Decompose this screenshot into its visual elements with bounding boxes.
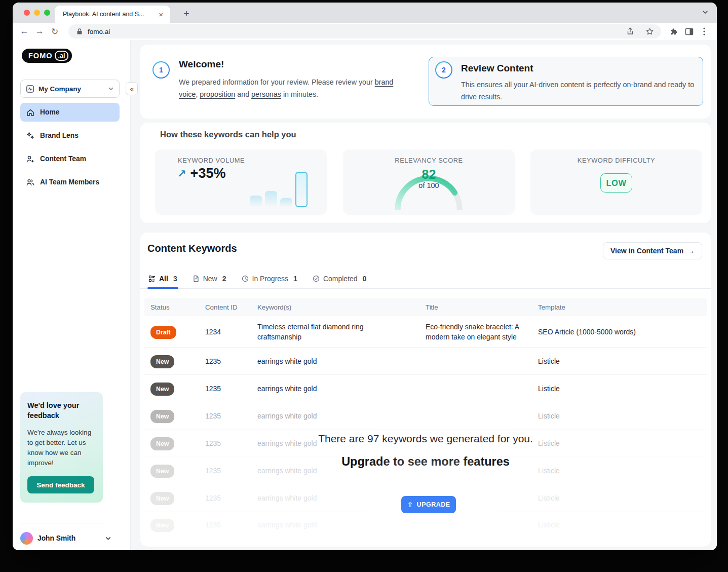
share-icon[interactable] (626, 27, 634, 35)
sidebar-divider (20, 523, 103, 523)
maximize-window-button[interactable] (44, 10, 50, 16)
col-header-content-id: Content ID (205, 298, 238, 316)
table-row: New 1235 earrings white gold Listicle (144, 512, 707, 538)
personas-link[interactable]: personas (251, 90, 281, 98)
status-badge: Draft (150, 326, 176, 339)
chevron-down-icon (105, 535, 111, 542)
company-selector[interactable]: My Company (20, 80, 120, 98)
extensions-puzzle-icon[interactable] (667, 25, 680, 38)
arrow-right-icon: → (687, 247, 695, 255)
table-row[interactable]: New 1235 earrings white gold Listicle (144, 348, 707, 375)
table-row[interactable]: New 1235 earrings white gold Listicle (144, 375, 707, 402)
upload-arrow-icon: ⇧ (407, 501, 413, 509)
sidebar-item-brand-lens[interactable]: Brand Lens (20, 126, 120, 145)
volume-mini-bar-chart (250, 172, 308, 207)
sidebar-item-home[interactable]: Home (20, 103, 120, 122)
tab-search-chevron-icon[interactable] (702, 9, 709, 16)
sidebar-collapse-button[interactable]: « (126, 82, 138, 95)
welcome-body: We prepared information for your review.… (179, 76, 403, 100)
col-header-keywords: Keyword(s) (257, 298, 291, 316)
content-keywords-title: Content Keywords (147, 243, 237, 254)
user-menu[interactable]: John Smith (20, 530, 111, 546)
upgrade-button[interactable]: ⇧ UPGRADE (401, 496, 456, 513)
col-header-template: Template (538, 298, 565, 316)
screenshot-stage: Playbook: AI content and S... × + ← → ↻ … (0, 0, 728, 572)
tab-completed[interactable]: Completed 0 (313, 274, 367, 288)
browser-tabstrip: Playbook: AI content and S... × + (13, 3, 717, 23)
onboarding-steps-panel: 1 Welcome! We prepared information for y… (140, 45, 711, 119)
feedback-title: We'd love your feedback (27, 400, 96, 421)
bar (250, 196, 262, 207)
keyword-difficulty-label: KEYWORD DIFFICULTY (530, 157, 702, 164)
relevancy-score-label: RELEVANCY SCORE (343, 157, 515, 164)
send-feedback-button[interactable]: Send feedback (27, 476, 94, 493)
col-header-title: Title (426, 298, 438, 316)
people-icon (26, 178, 35, 187)
feedback-body: We're always looking to get better. Let … (27, 428, 96, 468)
app-content: FOMO .ai My Company Home Brand Lens (13, 40, 717, 550)
company-name: My Company (39, 85, 104, 93)
relevancy-score-max: of 100 (343, 181, 515, 189)
avatar (20, 532, 33, 545)
person-gear-icon (26, 155, 35, 164)
col-header-status: Status (150, 298, 170, 316)
browser-tab[interactable]: Playbook: AI content and S... × (55, 6, 170, 23)
trend-up-icon: ↗ (177, 168, 186, 180)
grid-list-icon (148, 275, 156, 282)
logo-suffix-text: .ai (55, 51, 69, 61)
fomo-logo: FOMO .ai (22, 49, 72, 63)
logo-text: FOMO (28, 52, 53, 60)
review-content-body: This ensures all your AI-driven content … (461, 79, 695, 103)
metrics-section-title: How these keywords can help you (160, 130, 296, 139)
difficulty-badge: LOW (600, 173, 632, 193)
bar (295, 172, 308, 207)
table-header: Status Content ID Keyword(s) Title Templ… (144, 298, 707, 316)
tab-all[interactable]: All 3 (148, 274, 177, 288)
sidebar-item-content-team[interactable]: Content Team (20, 149, 120, 168)
reload-button[interactable]: ↻ (48, 25, 61, 38)
bookmark-star-icon[interactable] (645, 27, 654, 36)
status-badge: New (150, 355, 174, 368)
close-window-button[interactable] (24, 10, 30, 16)
tab-close-icon[interactable]: × (157, 10, 165, 19)
keywords-tabbar: All 3 New 2 In Progress 1 (140, 274, 711, 289)
sidebar-item-label: Content Team (40, 155, 86, 163)
proposition-link[interactable]: proposition (200, 90, 235, 98)
company-pulse-icon (26, 85, 34, 93)
document-icon (193, 275, 200, 282)
minimize-window-button[interactable] (34, 10, 40, 16)
keyword-volume-card: KEYWORD VOLUME ↗ +35% (155, 149, 327, 215)
relevancy-score-card: RELEVANCY SCORE (343, 149, 515, 215)
browser-window: Playbook: AI content and S... × + ← → ↻ … (13, 3, 717, 550)
keyword-volume-value: +35% (190, 166, 226, 181)
tab-in-progress[interactable]: In Progress 1 (242, 274, 297, 288)
forward-button[interactable]: → (33, 25, 46, 38)
address-bar[interactable]: fomo.ai (68, 24, 661, 39)
side-panel-icon[interactable] (682, 25, 696, 38)
user-name: John Smith (37, 535, 100, 542)
review-content-card: 2 Review Content This ensures all your A… (429, 57, 703, 106)
browser-menu-dots-icon[interactable] (698, 25, 711, 38)
sidebar-item-ai-team-members[interactable]: AI Team Members (20, 173, 120, 192)
table-row: New 1235 earrings white gold Listicle (144, 430, 707, 457)
status-badge: New (150, 437, 174, 450)
table-row[interactable]: Draft 1234 Timeless eternal flat diamond… (144, 316, 707, 348)
table-row: New 1235 earrings white gold Listicle (144, 402, 707, 430)
tab-new[interactable]: New 2 (193, 274, 226, 288)
new-tab-button[interactable]: + (180, 7, 193, 20)
content-keywords-panel: Content Keywords View in Content Team → … (140, 233, 711, 547)
sparkles-icon (26, 131, 35, 140)
sidebar-item-label: AI Team Members (40, 178, 99, 186)
status-badge: New (150, 519, 174, 532)
view-in-content-team-button[interactable]: View in Content Team → (603, 242, 702, 259)
tab-title: Playbook: AI content and S... (63, 11, 157, 18)
lock-icon (76, 28, 83, 35)
keyword-volume-label: KEYWORD VOLUME (178, 157, 245, 164)
sidebar-nav: Home Brand Lens Content Team AI Team Mem… (20, 103, 120, 192)
welcome-title: Welcome! (179, 59, 224, 70)
step-1-badge: 1 (152, 61, 170, 79)
keyword-difficulty-card: KEYWORD DIFFICULTY LOW (530, 149, 702, 215)
browser-toolbar: ← → ↻ fomo.ai (13, 23, 717, 40)
status-badge: New (150, 383, 174, 396)
back-button[interactable]: ← (18, 25, 31, 38)
